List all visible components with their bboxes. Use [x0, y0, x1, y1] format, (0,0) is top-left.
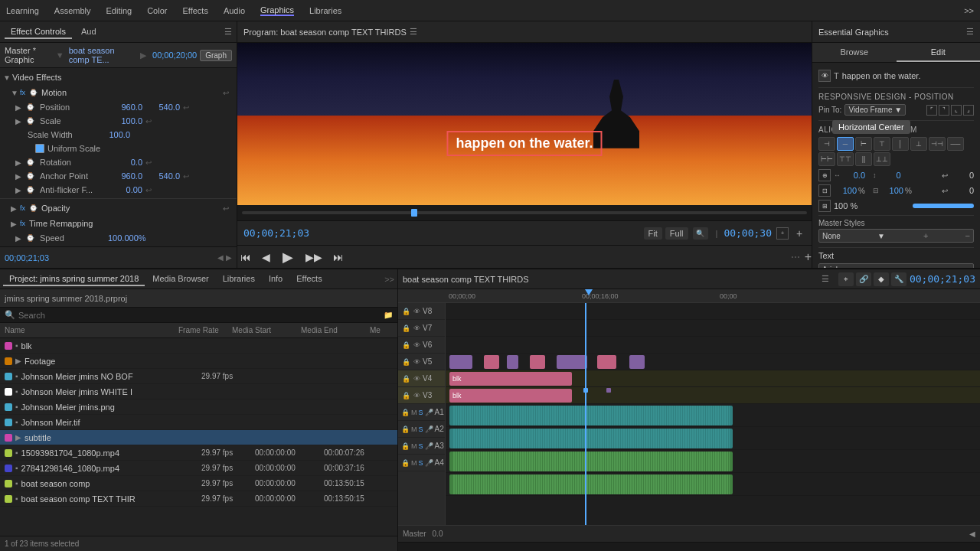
tl-add-marker-btn[interactable]: ◆: [874, 272, 889, 286]
position-toggle[interactable]: ▶: [15, 103, 23, 111]
pin-to-dropdown[interactable]: Video Frame ▼: [844, 104, 906, 116]
align-bottom-btn[interactable]: ⊥: [910, 137, 927, 151]
track-a2-visibility[interactable]: M: [411, 425, 417, 434]
nav-item-graphics[interactable]: Graphics: [260, 5, 294, 16]
track-v3-lock[interactable]: 🔒: [401, 391, 410, 400]
tab-media-browser[interactable]: Media Browser: [146, 272, 214, 286]
project-search-input[interactable]: [18, 311, 377, 320]
track-v7-content[interactable]: [446, 320, 980, 337]
tab-info[interactable]: Info: [263, 272, 289, 286]
list-item[interactable]: ▶ subtitle: [0, 430, 397, 445]
motion-reset[interactable]: ↩: [223, 89, 234, 97]
timeline-scrollbar[interactable]: [398, 542, 980, 551]
clip-v5-2[interactable]: [484, 355, 499, 369]
track-v8-lock[interactable]: 🔒: [401, 307, 410, 316]
col-rate[interactable]: Frame Rate: [178, 326, 232, 334]
col-end[interactable]: Media End: [301, 326, 370, 334]
eg-menu-btn[interactable]: ☰: [966, 27, 974, 37]
monitor-scrubber[interactable]: [242, 211, 807, 214]
motion-toggle[interactable]: ▼: [11, 89, 18, 96]
track-v5-visibility[interactable]: 👁: [412, 357, 421, 367]
track-a1-visibility[interactable]: M: [411, 408, 417, 417]
scale-link-icon[interactable]: ↩: [942, 187, 948, 195]
list-item[interactable]: ▪ boat season comp TEXT THIR 29.97 fps 0…: [0, 491, 397, 507]
track-v7-lock[interactable]: 🔒: [401, 324, 410, 333]
tl-wrench-btn[interactable]: 🔧: [891, 272, 906, 286]
clip-v4-blk[interactable]: blk: [449, 372, 572, 386]
layer-name[interactable]: happen on the water.: [842, 71, 921, 80]
skip-back-btn[interactable]: ⏮: [237, 251, 254, 263]
rotation-reset[interactable]: ↩: [145, 158, 152, 167]
monitor-fit-dropdown[interactable]: Fit: [644, 227, 662, 240]
time-remap-toggle[interactable]: ▶: [11, 220, 18, 227]
tl-snap-btn[interactable]: ⌖: [838, 272, 854, 286]
track-a1-content[interactable]: [446, 404, 980, 427]
track-v4-visibility[interactable]: 👁: [412, 374, 421, 383]
scale-reset[interactable]: ↩: [145, 117, 152, 126]
clip-v5-6[interactable]: [597, 355, 616, 369]
clip-v5-5[interactable]: [557, 355, 587, 369]
tab-libraries[interactable]: Libraries: [217, 272, 261, 286]
position-reset[interactable]: ↩: [183, 103, 189, 112]
pin-bl-btn[interactable]: ⌞: [951, 105, 962, 116]
transform-y-val[interactable]: 0: [878, 171, 901, 180]
transform-rotate-icon[interactable]: ↩: [942, 171, 948, 180]
position-y[interactable]: 540.0: [145, 103, 180, 112]
tab-browse[interactable]: Browse: [812, 43, 897, 62]
width-val[interactable]: 100: [834, 186, 857, 195]
monitor-more-controls[interactable]: ⋯: [791, 252, 800, 262]
monitor-playhead-handle[interactable]: [411, 209, 417, 217]
col-start[interactable]: Media Start: [232, 326, 301, 334]
height-val[interactable]: 100: [880, 186, 903, 195]
ec-bottom-controls[interactable]: ◀ ▶: [217, 253, 232, 262]
timeline-menu-icon[interactable]: ☰: [822, 274, 829, 284]
antiflicker-val[interactable]: 0.00: [108, 185, 142, 194]
col-misc[interactable]: Me: [370, 326, 393, 334]
nav-item-editing[interactable]: Editing: [106, 6, 132, 15]
clip-v3-blk[interactable]: blk: [449, 389, 572, 403]
tab-effect-controls[interactable]: Effect Controls: [5, 25, 72, 39]
track-a3-solo[interactable]: S: [419, 442, 423, 451]
track-a4-voice[interactable]: 🎤: [425, 458, 433, 468]
scale-toggle[interactable]: ▶: [15, 117, 23, 125]
align-left-btn[interactable]: ⊣: [818, 137, 835, 151]
rotation-toggle[interactable]: ▶: [15, 158, 23, 166]
align-right-btn[interactable]: ⊢: [855, 137, 872, 151]
track-a2-content[interactable]: [446, 427, 980, 450]
track-a4-lock[interactable]: 🔒: [401, 458, 410, 468]
distribute-left-btn[interactable]: ⊣⊣: [929, 137, 946, 151]
track-a4-content[interactable]: [446, 473, 980, 496]
nav-more-btn[interactable]: >>: [964, 6, 974, 15]
track-v4-lock[interactable]: 🔒: [401, 374, 410, 383]
track-v8-content[interactable]: [446, 303, 980, 320]
clip-v5-7[interactable]: [629, 355, 645, 369]
distribute-center-v-btn[interactable]: ||: [855, 152, 872, 166]
list-item[interactable]: ▪ blk: [0, 338, 397, 354]
time-remap-label[interactable]: Time Remapping: [29, 219, 234, 228]
layer-visibility-btn[interactable]: 👁: [818, 70, 831, 82]
track-v6-content[interactable]: [446, 337, 980, 354]
play-button[interactable]: ▶: [278, 249, 298, 266]
new-folder-icon[interactable]: 📁: [384, 311, 393, 319]
track-v5-content[interactable]: [446, 354, 980, 370]
track-v5-lock[interactable]: 🔒: [401, 357, 410, 367]
step-back-btn[interactable]: ◀: [259, 251, 273, 263]
track-v7-visibility[interactable]: 👁: [412, 324, 421, 333]
tab-effects[interactable]: Effects: [290, 272, 328, 286]
clip-a3[interactable]: [449, 452, 733, 471]
track-a3-content[interactable]: [446, 450, 980, 473]
scale-val[interactable]: 100.0: [108, 116, 142, 126]
opacity-label[interactable]: Opacity: [41, 204, 221, 213]
anchor-x[interactable]: 960.0: [108, 171, 142, 181]
skip-forward-btn[interactable]: ⏭: [330, 251, 347, 263]
clip-a4[interactable]: [449, 474, 733, 494]
clip-a1[interactable]: [449, 406, 733, 425]
track-a2-lock[interactable]: 🔒: [401, 425, 410, 434]
opacity-val[interactable]: 0: [951, 186, 974, 195]
distribute-bottom-btn[interactable]: ⊥⊥: [874, 152, 890, 166]
list-item[interactable]: ▪ Johnson Meier jmins WHITE I: [0, 384, 397, 399]
size-link-btn[interactable]: ⊡: [818, 184, 831, 197]
align-center-v-btn[interactable]: │: [892, 137, 909, 151]
track-a3-visibility[interactable]: M: [411, 442, 417, 451]
list-item[interactable]: ▪ Johnson Meier jmins.png: [0, 399, 397, 415]
